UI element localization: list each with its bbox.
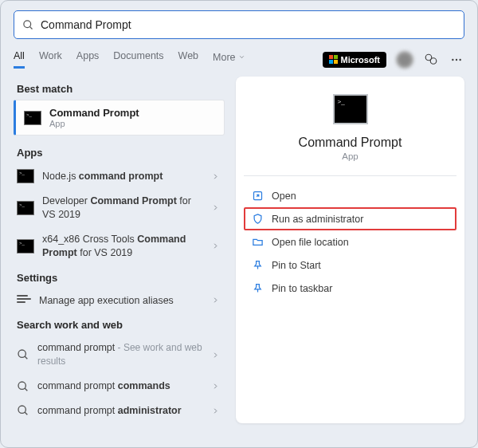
chevron-right-icon xyxy=(211,172,220,181)
shield-icon xyxy=(252,213,264,225)
divider xyxy=(244,175,456,176)
results-column: Best match Command Prompt App Apps Node.… xyxy=(14,77,225,423)
search-icon xyxy=(17,348,29,361)
svg-line-12 xyxy=(25,412,27,415)
search-box[interactable] xyxy=(14,10,464,39)
section-settings: Settings xyxy=(17,272,225,284)
rewards-icon[interactable] xyxy=(423,52,439,68)
tab-documents[interactable]: Documents xyxy=(113,50,163,69)
tab-web[interactable]: Web xyxy=(178,50,198,69)
action-open-file-location[interactable]: Open file location xyxy=(247,230,453,253)
action-run-as-administrator[interactable]: Run as administrator xyxy=(244,207,456,230)
action-pin-to-start[interactable]: Pin to Start xyxy=(247,253,453,277)
svg-line-8 xyxy=(25,356,27,359)
chevron-right-icon xyxy=(211,296,220,305)
chevron-down-icon xyxy=(238,53,245,61)
chevron-right-icon xyxy=(211,351,220,360)
preview-panel: Command Prompt App Open Run as administr… xyxy=(236,77,464,423)
section-search-work-web: Search work and web xyxy=(17,319,225,331)
more-options-icon[interactable] xyxy=(449,52,464,68)
chevron-right-icon xyxy=(211,242,220,250)
chevron-right-icon xyxy=(211,203,220,212)
pin-icon xyxy=(252,282,264,294)
best-match-title: Command Prompt xyxy=(49,107,139,119)
svg-point-4 xyxy=(452,58,453,60)
svg-point-3 xyxy=(430,57,437,64)
app-result[interactable]: x64_x86 Cross Tools Command Prompt for V… xyxy=(14,227,225,265)
header-row: All Work Apps Documents Web More Microso… xyxy=(14,50,464,69)
header-right: Microsoft xyxy=(323,51,465,69)
web-result[interactable]: command prompt administrator xyxy=(14,399,225,423)
best-match-subtitle: App xyxy=(49,119,139,128)
command-prompt-icon xyxy=(17,201,34,215)
command-prompt-icon xyxy=(17,169,34,183)
tab-work[interactable]: Work xyxy=(39,50,62,69)
action-pin-to-taskbar[interactable]: Pin to taskbar xyxy=(247,277,453,300)
tab-all[interactable]: All xyxy=(14,50,25,69)
user-avatar[interactable] xyxy=(396,51,413,69)
tab-more[interactable]: More xyxy=(213,50,245,69)
svg-point-7 xyxy=(18,350,25,357)
action-open[interactable]: Open xyxy=(247,184,453,207)
preview-subtitle: App xyxy=(247,151,453,161)
pin-icon xyxy=(252,259,264,271)
web-result[interactable]: command prompt - See work and web result… xyxy=(14,336,225,374)
web-result[interactable]: command prompt commands xyxy=(14,374,225,399)
chevron-right-icon xyxy=(211,407,220,415)
microsoft-label: Microsoft xyxy=(341,55,381,65)
settings-result[interactable]: Manage app execution aliases xyxy=(14,289,225,313)
svg-point-6 xyxy=(459,58,460,60)
tab-apps[interactable]: Apps xyxy=(76,50,100,69)
search-icon xyxy=(22,19,34,31)
settings-list-icon xyxy=(17,295,31,306)
filter-tabs: All Work Apps Documents Web More xyxy=(14,50,245,69)
svg-point-5 xyxy=(456,58,457,60)
preview-title: Command Prompt xyxy=(247,136,453,150)
microsoft-badge[interactable]: Microsoft xyxy=(323,52,387,68)
svg-line-1 xyxy=(29,26,32,29)
app-result[interactable]: Node.js command prompt xyxy=(14,163,225,189)
best-match-result[interactable]: Command Prompt App xyxy=(14,100,225,136)
preview-app-icon xyxy=(333,94,368,124)
chevron-right-icon xyxy=(211,382,220,391)
svg-point-9 xyxy=(18,382,25,389)
app-result[interactable]: Developer Command Prompt for VS 2019 xyxy=(14,189,225,227)
svg-point-0 xyxy=(24,20,31,27)
svg-line-10 xyxy=(25,388,27,391)
search-icon xyxy=(17,404,29,417)
svg-point-11 xyxy=(18,406,25,413)
folder-icon xyxy=(252,236,264,248)
search-icon xyxy=(17,380,29,393)
section-best-match: Best match xyxy=(17,83,225,95)
microsoft-logo-icon xyxy=(329,55,338,64)
open-icon xyxy=(252,190,264,202)
search-input[interactable] xyxy=(41,18,456,31)
command-prompt-icon xyxy=(24,111,41,125)
command-prompt-icon xyxy=(17,239,34,253)
section-apps: Apps xyxy=(17,147,225,159)
